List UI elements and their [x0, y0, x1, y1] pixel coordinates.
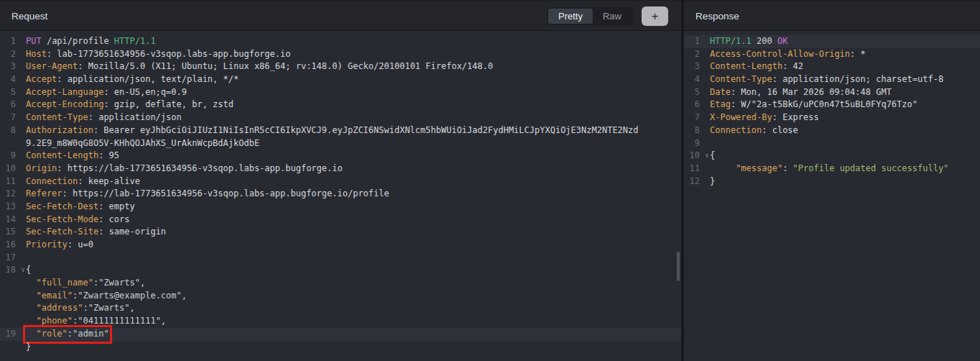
code-text[interactable]: { [26, 264, 31, 277]
code-line[interactable]: 8Connection: close [684, 124, 980, 137]
code-text[interactable]: } [26, 341, 31, 354]
code-line[interactable]: 7Content-Type: application/json [0, 111, 681, 124]
tab-raw[interactable]: Raw [593, 9, 632, 24]
code-line[interactable]: 12} [684, 175, 980, 188]
code-text[interactable]: Accept-Encoding: gzip, deflate, br, zstd [26, 99, 234, 111]
code-text[interactable]: Referer: https://lab-1773651634956-v3sqo… [26, 188, 389, 201]
code-line[interactable]: } [0, 341, 681, 354]
code-line[interactable]: 4Accept: application/json, text/plain, *… [0, 73, 681, 86]
code-line[interactable]: 11 "message": "Profile updated successfu… [684, 163, 980, 175]
code-text[interactable]: Date: Mon, 16 Mar 2026 09:04:48 GMT [710, 86, 892, 99]
code-line[interactable]: 17 [0, 252, 681, 265]
code-text[interactable]: 9.2E9_m8W0qG8O5V-KHhQOJAhXS_UrAknWcpBdAj… [26, 137, 259, 150]
token-pln [26, 303, 36, 313]
code-text[interactable]: Etag: W/"2a-t5BkG/uPC0n47t5uBL0FYq76Tzo" [710, 99, 917, 111]
code-text[interactable]: "role":"admin" [26, 328, 109, 341]
code-text[interactable]: User-Agent: Mozilla/5.0 (X11; Ubuntu; Li… [26, 60, 493, 73]
code-line[interactable]: 7X-Powered-By: Express [684, 111, 980, 124]
code-text[interactable]: Host: lab-1773651634956-v3sqop.labs-app.… [26, 48, 290, 61]
code-text[interactable]: { [710, 150, 715, 163]
code-line[interactable]: 19 "role":"admin" [0, 328, 681, 341]
code-line[interactable]: 9 [684, 137, 980, 150]
code-line[interactable]: 1HTTP/1.1 200 OK [684, 35, 980, 48]
fold-gutter [20, 252, 26, 265]
code-text[interactable]: Connection: close [710, 124, 798, 137]
code-text[interactable]: Connection: keep-alive [26, 175, 140, 188]
code-line[interactable]: 2Host: lab-1773651634956-v3sqop.labs-app… [0, 48, 681, 61]
code-text[interactable]: Access-Control-Allow-Origin: * [710, 48, 866, 61]
code-text[interactable]: Sec-Fetch-Dest: empty [26, 201, 135, 214]
code-line[interactable]: "address":"Zwarts", [0, 302, 681, 315]
tab-pretty[interactable]: Pretty [548, 9, 593, 24]
code-text[interactable]: Priority: u=0 [26, 239, 93, 252]
code-line[interactable]: 3Content-Length: 42 [684, 60, 980, 73]
token-pln: : application/json; charset=utf-8 [772, 74, 943, 84]
code-line[interactable]: 5Date: Mon, 16 Mar 2026 09:04:48 GMT [684, 86, 980, 99]
token-pln: : 42 [782, 61, 803, 71]
code-text[interactable]: "email":"Zwarts@example.com", [26, 290, 187, 303]
code-line[interactable]: 11Connection: keep-alive [0, 175, 681, 188]
code-text[interactable]: Origin: https://lab-1773651634956-v3sqop… [26, 163, 343, 175]
code-text[interactable]: PUT /api/profile HTTP/1.1 [26, 35, 156, 48]
code-text[interactable]: } [710, 175, 715, 188]
line-number: 6 [0, 99, 20, 111]
code-line[interactable]: 12Referer: https://lab-1773651634956-v3s… [0, 188, 681, 201]
fold-gutter [20, 99, 26, 111]
code-text[interactable]: Content-Length: 42 [710, 60, 803, 73]
token-pln: , [140, 278, 145, 288]
request-code-area[interactable]: 1PUT /api/profile HTTP/1.12Host: lab-177… [0, 31, 681, 361]
fold-gutter [20, 315, 26, 328]
code-text[interactable]: "message": "Profile updated successfully… [710, 163, 948, 175]
line-number: 12 [684, 175, 704, 188]
fold-chevron-icon[interactable]: ∨ [20, 264, 26, 277]
code-text[interactable]: Authorization: Bearer eyJhbGciOiJIUzI1Ni… [26, 124, 639, 137]
code-line[interactable]: 16Priority: u=0 [0, 239, 681, 252]
code-line[interactable]: 1PUT /api/profile HTTP/1.1 [0, 35, 681, 48]
request-scrollbar-thumb[interactable] [677, 252, 680, 281]
line-number: 3 [0, 60, 20, 73]
line-number: 9 [0, 150, 20, 163]
request-panel: Request Pretty Raw + 1PUT /api/profile H… [0, 0, 681, 361]
code-line[interactable]: 6Etag: W/"2a-t5BkG/uPC0n47t5uBL0FYq76Tzo… [684, 99, 980, 111]
response-code-area[interactable]: 1HTTP/1.1 200 OK2Access-Control-Allow-Or… [684, 31, 980, 361]
token-hdr: Connection [710, 125, 762, 135]
code-line[interactable]: 18∨{ [0, 264, 681, 277]
code-line[interactable]: 4Content-Type: application/json; charset… [684, 73, 980, 86]
code-line[interactable]: 8Authorization: Bearer eyJhbGciOiJIUzI1N… [0, 124, 681, 137]
code-line[interactable]: 13Sec-Fetch-Dest: empty [0, 201, 681, 214]
code-text[interactable]: HTTP/1.1 200 OK [710, 35, 787, 48]
code-text[interactable]: X-Powered-By: Express [710, 111, 819, 124]
code-text[interactable]: Sec-Fetch-Site: same-origin [26, 226, 166, 239]
code-line[interactable]: 2Access-Control-Allow-Origin: * [684, 48, 980, 61]
code-text[interactable]: "full_name":"Zwarts", [26, 277, 145, 290]
code-line[interactable]: 9.2E9_m8W0qG8O5V-KHhQOJAhXS_UrAknWcpBdAj… [0, 137, 681, 150]
line-number: 7 [0, 111, 20, 124]
code-line[interactable]: "email":"Zwarts@example.com", [0, 290, 681, 303]
code-line[interactable]: 3User-Agent: Mozilla/5.0 (X11; Ubuntu; L… [0, 60, 681, 73]
code-line[interactable]: "full_name":"Zwarts", [0, 277, 681, 290]
code-line[interactable]: "phone":"04111111111111", [0, 315, 681, 328]
code-text[interactable]: Content-Length: 95 [26, 150, 119, 163]
code-line[interactable]: 10∨{ [684, 150, 980, 163]
fold-gutter [20, 341, 26, 354]
line-number: 18 [0, 264, 20, 277]
fold-chevron-icon[interactable]: ∨ [704, 150, 710, 163]
code-line[interactable]: 10Origin: https://lab-1773651634956-v3sq… [0, 163, 681, 175]
token-pln: : gzip, deflate, br, zstd [103, 99, 234, 109]
code-line[interactable]: 14Sec-Fetch-Mode: cors [0, 214, 681, 227]
code-line[interactable]: 6Accept-Encoding: gzip, deflate, br, zst… [0, 99, 681, 111]
line-number [0, 302, 20, 315]
line-number: 8 [0, 124, 20, 137]
code-text[interactable]: Content-Type: application/json; charset=… [710, 73, 943, 86]
add-request-button[interactable]: + [642, 6, 668, 26]
fold-gutter [704, 137, 710, 150]
code-text[interactable]: "address":"Zwarts", [26, 302, 135, 315]
code-text[interactable]: Content-Type: application/json [26, 111, 182, 124]
code-line[interactable]: 5Accept-Language: en-US,en;q=0.9 [0, 86, 681, 99]
code-text[interactable]: Sec-Fetch-Mode: cors [26, 214, 130, 227]
code-line[interactable]: 15Sec-Fetch-Site: same-origin [0, 226, 681, 239]
code-line[interactable]: 9Content-Length: 95 [0, 150, 681, 163]
code-text[interactable]: Accept-Language: en-US,en;q=0.9 [26, 86, 187, 99]
code-text[interactable]: "phone":"04111111111111", [26, 315, 166, 328]
code-text[interactable]: Accept: application/json, text/plain, */… [26, 73, 239, 86]
